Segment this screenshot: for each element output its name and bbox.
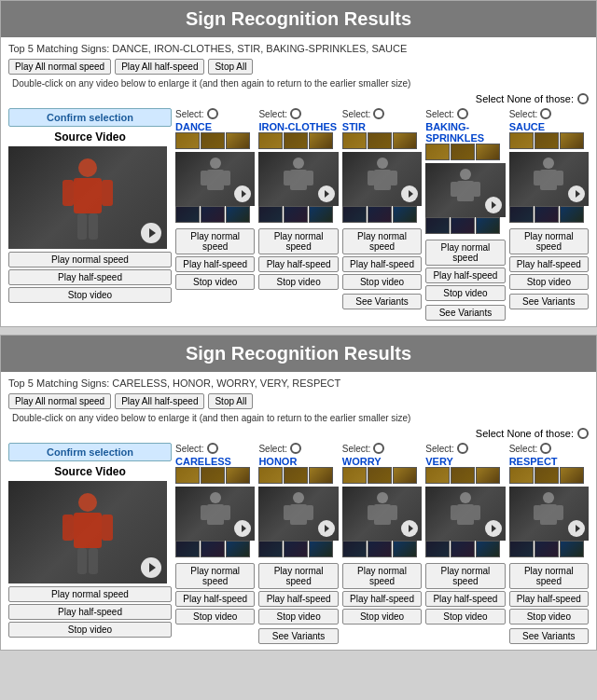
thumb-dark-p1-3-0[interactable] [425, 217, 450, 234]
thumb-dark-p1-1-1[interactable] [284, 206, 308, 223]
match-play-normal-p2-4[interactable]: Play normal speed [509, 563, 589, 589]
thumb-p2-4-0[interactable] [509, 467, 534, 484]
thumb-p1-1-2[interactable] [309, 132, 333, 149]
match-play-normal-p2-0[interactable]: Play normal speed [175, 563, 255, 589]
thumb-p2-4-2[interactable] [560, 467, 584, 484]
thumb-dark-p2-1-1[interactable] [284, 541, 308, 557]
match-play-half-p1-4[interactable]: Play half-speed [509, 256, 589, 272]
thumb-dark-p2-4-2[interactable] [560, 541, 584, 557]
thumb-dark-p2-3-2[interactable] [476, 541, 500, 557]
match-stop-p2-2[interactable]: Stop video [342, 609, 422, 625]
thumb-p2-2-2[interactable] [393, 467, 417, 484]
play-btn-match-p1-4[interactable] [568, 185, 585, 202]
source-stop-1[interactable]: Stop video [8, 287, 172, 303]
match-video-p1-2[interactable] [342, 152, 422, 206]
match-play-half-p2-4[interactable]: Play half-speed [509, 591, 589, 607]
match-play-normal-p1-4[interactable]: Play normal speed [509, 228, 589, 254]
thumb-p1-4-2[interactable] [560, 132, 584, 149]
match-stop-p2-1[interactable]: Stop video [258, 609, 338, 625]
thumb-dark-p1-2-2[interactable] [393, 206, 417, 223]
match-play-normal-p2-2[interactable]: Play normal speed [342, 563, 422, 589]
play-all-normal-btn-1[interactable]: Play All normal speed [8, 59, 111, 75]
thumb-dark-p1-3-2[interactable] [476, 217, 500, 234]
source-video-2[interactable] [8, 481, 167, 583]
select-radio-p1-0[interactable] [207, 108, 218, 119]
thumb-dark-p2-3-0[interactable] [425, 541, 450, 557]
match-play-normal-p1-0[interactable]: Play normal speed [175, 228, 255, 254]
play-all-half-btn-1[interactable]: Play All half-speed [115, 59, 204, 75]
see-variants-p2-4[interactable]: See Variants [509, 628, 589, 644]
thumb-p1-1-1[interactable] [284, 132, 308, 149]
thumb-dark-p1-3-1[interactable] [451, 217, 475, 234]
play-btn-match-p1-0[interactable] [234, 185, 251, 202]
thumb-dark-p2-0-1[interactable] [201, 541, 225, 557]
match-video-p1-4[interactable] [509, 152, 589, 206]
thumb-dark-p1-4-0[interactable] [509, 206, 534, 223]
play-btn-match-p2-2[interactable] [401, 520, 418, 537]
select-radio-p2-3[interactable] [457, 443, 468, 454]
select-radio-p1-3[interactable] [457, 108, 468, 119]
play-btn-match-p1-3[interactable] [485, 197, 502, 213]
play-btn-match-p2-1[interactable] [318, 520, 335, 537]
thumb-dark-p2-2-1[interactable] [368, 541, 392, 557]
thumb-dark-p2-0-2[interactable] [226, 541, 250, 557]
select-radio-p1-2[interactable] [373, 108, 384, 119]
thumb-p1-1-0[interactable] [258, 132, 283, 149]
play-btn-source-2[interactable] [141, 557, 161, 578]
play-all-normal-btn-2[interactable]: Play All normal speed [8, 393, 111, 409]
play-btn-match-p2-3[interactable] [485, 520, 502, 537]
thumb-p2-0-0[interactable] [175, 467, 200, 484]
match-video-p1-1[interactable] [258, 152, 338, 206]
match-play-normal-p1-3[interactable]: Play normal speed [425, 240, 505, 266]
match-video-p2-4[interactable] [509, 487, 589, 541]
match-video-p2-3[interactable] [425, 487, 505, 541]
select-radio-p1-4[interactable] [540, 108, 551, 119]
select-none-radio-2[interactable] [577, 428, 589, 439]
thumb-dark-p2-0-0[interactable] [175, 541, 200, 557]
thumb-p1-3-0[interactable] [425, 144, 450, 160]
thumb-p2-1-2[interactable] [309, 467, 333, 484]
match-play-normal-p1-2[interactable]: Play normal speed [342, 228, 422, 254]
thumb-p2-3-0[interactable] [425, 467, 450, 484]
thumb-p1-4-1[interactable] [535, 132, 559, 149]
play-btn-match-p2-0[interactable] [234, 520, 251, 537]
select-radio-p2-0[interactable] [207, 443, 218, 454]
match-play-half-p2-3[interactable]: Play half-speed [425, 591, 505, 607]
thumb-dark-p1-0-2[interactable] [226, 206, 250, 223]
confirm-btn-2[interactable]: Confirm selection [8, 443, 172, 461]
match-play-normal-p2-3[interactable]: Play normal speed [425, 563, 505, 589]
match-video-p2-1[interactable] [258, 487, 338, 541]
match-play-normal-p2-1[interactable]: Play normal speed [258, 563, 338, 589]
thumb-dark-p1-2-1[interactable] [368, 206, 392, 223]
thumb-p2-3-2[interactable] [476, 467, 500, 484]
match-play-half-p2-2[interactable]: Play half-speed [342, 591, 422, 607]
source-play-half-2[interactable]: Play half-speed [8, 604, 172, 620]
thumb-p1-0-2[interactable] [226, 132, 250, 149]
thumb-p1-4-0[interactable] [509, 132, 534, 149]
match-stop-p1-4[interactable]: Stop video [509, 274, 589, 290]
match-play-half-p1-0[interactable]: Play half-speed [175, 256, 255, 272]
match-play-half-p2-1[interactable]: Play half-speed [258, 591, 338, 607]
match-play-half-p1-2[interactable]: Play half-speed [342, 256, 422, 272]
see-variants-p1-4[interactable]: See Variants [509, 294, 589, 309]
thumb-dark-p1-4-2[interactable] [560, 206, 584, 223]
select-radio-p2-2[interactable] [373, 443, 384, 454]
match-stop-p1-1[interactable]: Stop video [258, 274, 338, 290]
match-video-p1-3[interactable] [425, 163, 505, 217]
source-play-half-1[interactable]: Play half-speed [8, 269, 172, 285]
thumb-dark-p1-0-0[interactable] [175, 206, 200, 223]
select-radio-p2-4[interactable] [540, 443, 551, 454]
match-stop-p1-2[interactable]: Stop video [342, 274, 422, 290]
thumb-dark-p1-0-1[interactable] [201, 206, 225, 223]
thumb-dark-p1-4-1[interactable] [535, 206, 559, 223]
thumb-p1-3-2[interactable] [476, 144, 500, 160]
thumb-p1-0-1[interactable] [201, 132, 225, 149]
source-video-1[interactable] [8, 146, 167, 249]
play-btn-source-1[interactable] [141, 223, 161, 243]
thumb-p2-2-1[interactable] [368, 467, 392, 484]
thumb-dark-p1-1-2[interactable] [309, 206, 333, 223]
thumb-dark-p2-4-1[interactable] [535, 541, 559, 557]
match-stop-p2-4[interactable]: Stop video [509, 609, 589, 625]
thumb-p2-1-0[interactable] [258, 467, 283, 484]
match-video-p2-2[interactable] [342, 487, 422, 541]
